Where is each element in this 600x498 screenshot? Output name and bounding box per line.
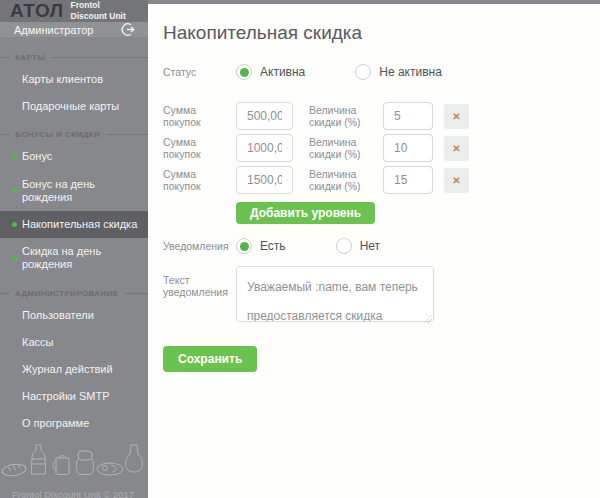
status-radio-group: Активна Не активна — [236, 64, 442, 80]
green-dot-icon — [12, 256, 17, 261]
level-row: Сумма покупок Величина скидки (%) ✕ — [163, 166, 584, 194]
discount-input[interactable] — [383, 166, 433, 194]
sum-label: Сумма покупок — [163, 104, 236, 128]
close-icon: ✕ — [452, 175, 460, 186]
sidebar-bottom: Frontol Discount Unit © 2017 Компания АТ… — [0, 437, 148, 498]
notification-text-label: Текст уведомления — [163, 266, 236, 298]
sidebar: АТОЛ Frontol Discount Unit Администратор… — [0, 0, 148, 498]
discount-label: Величина скидки (%) — [309, 104, 383, 128]
sidebar-item-about[interactable]: О программе — [0, 410, 148, 437]
sum-input[interactable] — [236, 102, 293, 130]
sidebar-item-users[interactable]: Пользователи — [0, 302, 148, 329]
radio-label: Нет — [360, 239, 380, 253]
sidebar-item-label: Карты клиентов — [22, 73, 103, 85]
notifications-radio-group: Есть Нет — [236, 238, 380, 254]
save-button[interactable]: Сохранить — [163, 346, 257, 372]
delete-level-button[interactable]: ✕ — [444, 104, 469, 129]
discount-input[interactable] — [383, 102, 433, 130]
section-header-cards: КАРТЫ — [0, 53, 148, 62]
main-panel: Накопительная скидка Статус Активна Не а… — [148, 0, 600, 498]
radio-notifications-no[interactable]: Нет — [336, 238, 380, 254]
app-logo-subtitle: Frontol Discount Unit — [71, 0, 126, 21]
sidebar-item-gift-cards[interactable]: Подарочные карты — [0, 93, 148, 120]
sidebar-item-birthday-discount[interactable]: Скидка на день рождения — [0, 238, 148, 278]
sum-input[interactable] — [236, 166, 293, 194]
status-row: Статус Активна Не активна — [163, 64, 584, 80]
discount-label: Величина скидки (%) — [309, 168, 383, 192]
sidebar-item-client-cards[interactable]: Карты клиентов — [0, 66, 148, 93]
radio-label: Активна — [260, 65, 305, 79]
radio-checked-icon — [236, 238, 252, 254]
delete-level-button[interactable]: ✕ — [444, 136, 469, 161]
radio-notifications-yes[interactable]: Есть — [236, 238, 286, 254]
sidebar-item-bonus[interactable]: Бонус — [0, 143, 148, 170]
radio-status-inactive[interactable]: Не активна — [355, 64, 442, 80]
sidebar-item-smtp-settings[interactable]: Настройки SMTP — [0, 383, 148, 410]
user-row: Администратор — [0, 22, 148, 37]
radio-unchecked-icon — [336, 238, 352, 254]
radio-label: Не активна — [379, 65, 442, 79]
close-icon: ✕ — [452, 143, 460, 154]
user-name: Администратор — [14, 24, 93, 36]
sidebar-item-label: Накопительная скидка — [22, 218, 137, 230]
footer-copyright: Frontol Discount Unit © 2017 — [12, 487, 148, 498]
section-header-admin: АДМИНИСТРИРОВАНИЕ — [0, 289, 148, 298]
sidebar-item-cash-registers[interactable]: Кассы — [0, 329, 148, 356]
groceries-illustration-icon — [0, 437, 148, 479]
green-dot-icon — [12, 222, 17, 227]
notification-text-input[interactable]: Уважаемый :name, вам теперь предоставляе… — [236, 266, 434, 322]
green-dot-icon — [12, 154, 17, 159]
sidebar-item-birthday-bonus[interactable]: Бонус на день рождения — [0, 171, 148, 211]
add-level-button[interactable]: Добавить уровень — [236, 202, 375, 224]
sidebar-item-label: Кассы — [22, 336, 53, 348]
radio-label: Есть — [260, 239, 286, 253]
notification-text-row: Текст уведомления Уважаемый :name, вам т… — [163, 266, 584, 326]
discount-label: Величина скидки (%) — [309, 136, 383, 160]
sidebar-item-label: Подарочные карты — [22, 100, 119, 112]
sidebar-footer: Frontol Discount Unit © 2017 Компания АТ… — [0, 479, 148, 498]
page-title: Накопительная скидка — [163, 22, 584, 44]
level-row: Сумма покупок Величина скидки (%) ✕ — [163, 134, 584, 162]
radio-unchecked-icon — [355, 64, 371, 80]
sidebar-item-label: Настройки SMTP — [22, 390, 110, 402]
sidebar-item-label: Бонус — [22, 150, 52, 162]
status-label: Статус — [163, 66, 236, 78]
sidebar-item-label: Скидка на день рождения — [22, 245, 101, 270]
sum-label: Сумма покупок — [163, 136, 236, 160]
close-icon: ✕ — [452, 111, 460, 122]
section-header-bonuses: БОНУСЫ И СКИДКИ — [0, 130, 148, 139]
sidebar-nav: КАРТЫ Карты клиентов Подарочные карты БО… — [0, 37, 148, 437]
sidebar-item-label: Журнал действий — [22, 363, 113, 375]
sidebar-item-action-log[interactable]: Журнал действий — [0, 356, 148, 383]
radio-status-active[interactable]: Активна — [236, 64, 305, 80]
atol-logo: АТОЛ — [10, 1, 64, 21]
level-row: Сумма покупок Величина скидки (%) ✕ — [163, 102, 584, 130]
discount-input[interactable] — [383, 134, 433, 162]
sidebar-item-cumulative-discount[interactable]: Накопительная скидка — [0, 211, 148, 238]
sidebar-item-label: Пользователи — [22, 309, 94, 321]
delete-level-button[interactable]: ✕ — [444, 168, 469, 193]
radio-checked-icon — [236, 64, 252, 80]
sum-label: Сумма покупок — [163, 168, 236, 192]
notifications-row: Уведомления Есть Нет — [163, 238, 584, 254]
sum-input[interactable] — [236, 134, 293, 162]
sidebar-item-label: О программе — [22, 417, 89, 429]
logout-icon[interactable] — [121, 22, 136, 37]
green-dot-icon — [12, 188, 17, 193]
sidebar-item-label: Бонус на день рождения — [22, 178, 95, 203]
app-logo: АТОЛ Frontol Discount Unit — [0, 0, 148, 22]
notifications-label: Уведомления — [163, 240, 236, 252]
